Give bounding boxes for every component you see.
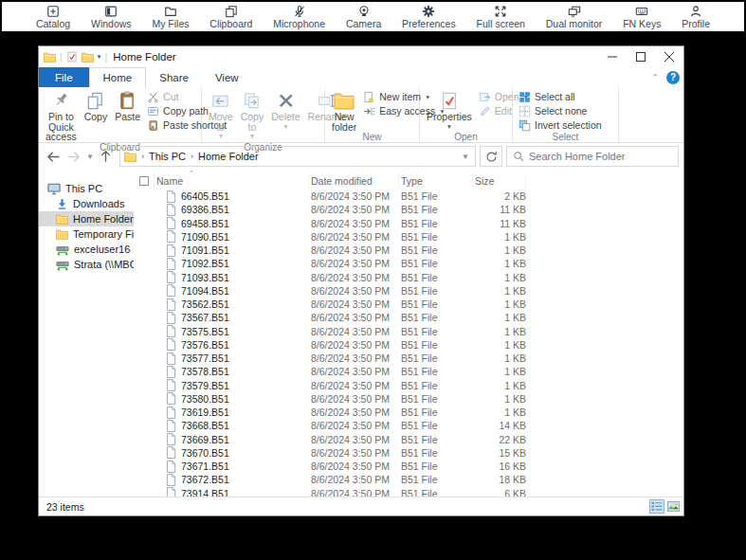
toolbar-button[interactable]: Dual monitor <box>546 5 603 29</box>
file-row[interactable]: 73670.B51 8/6/2024 3:50 PM B51 File 15 K… <box>134 446 683 460</box>
column-header-date-modified[interactable]: Date modified <box>309 174 399 188</box>
sidebar-item[interactable]: Strata (\\MBCS16 <box>39 257 134 272</box>
file-name: 69386.B51 <box>181 204 229 215</box>
select-none-icon <box>519 105 531 117</box>
maximize-button[interactable] <box>627 46 655 67</box>
folder-icon <box>56 229 68 240</box>
column-header-name[interactable]: Name <box>155 174 309 188</box>
file-row[interactable]: 73672.B51 8/6/2024 3:50 PM B51 File 18 K… <box>134 473 683 486</box>
ribbon-tab[interactable]: Home <box>89 67 147 87</box>
search-input[interactable] <box>529 151 672 162</box>
window-controls <box>598 46 683 67</box>
breadcrumb[interactable]: › This PC › Home Folder ▼ <box>119 146 476 167</box>
toolbar-button[interactable]: Windows <box>91 5 132 29</box>
copy-button[interactable]: Copy <box>81 88 112 122</box>
collapse-ribbon-icon[interactable]: ⌃ <box>651 73 659 82</box>
file-name: 73914.B51 <box>181 488 229 497</box>
file-row[interactable]: 73669.B51 8/6/2024 3:50 PM B51 File 22 K… <box>134 433 683 446</box>
sidebar-item[interactable]: This PC <box>39 181 134 196</box>
toolbar-button[interactable]: FN Keys <box>623 5 661 29</box>
column-header-size[interactable]: Size <box>473 174 526 188</box>
copy-path-icon <box>147 105 159 117</box>
file-row[interactable]: 71091.B51 8/6/2024 3:50 PM B51 File 1 KB <box>134 244 683 257</box>
file-name: 69458.B51 <box>181 218 229 229</box>
select-none-button[interactable]: Select none <box>516 104 605 117</box>
toolbar-button[interactable]: Profile <box>682 5 710 29</box>
qat-customize-dropdown-icon[interactable]: ▾ <box>98 53 101 61</box>
breadcrumb-segment[interactable]: Home Folder <box>198 151 259 162</box>
copy-to-button[interactable]: Copy to ▼ <box>237 88 268 142</box>
select-all-button[interactable]: Select all <box>516 90 605 103</box>
toolbar-button[interactable]: Preferences <box>402 5 456 29</box>
pin-to-quick-access-button[interactable]: Pin to Quick access <box>42 88 81 142</box>
toolbar-button[interactable]: Clipboard <box>209 5 252 29</box>
file-row[interactable]: 73576.B51 8/6/2024 3:50 PM B51 File 1 KB <box>134 338 683 352</box>
toolbar-button[interactable]: Full screen <box>477 5 525 29</box>
file-row[interactable]: 69386.B51 8/6/2024 3:50 PM B51 File 11 K… <box>134 203 683 216</box>
file-type: B51 File <box>399 420 473 431</box>
properties-icon <box>440 89 459 112</box>
file-date-modified: 8/6/2024 3:50 PM <box>309 285 399 297</box>
large-icons-view-button[interactable] <box>665 499 681 514</box>
ribbon-tab[interactable]: View <box>202 67 252 87</box>
minimize-button[interactable] <box>598 46 627 67</box>
recent-locations-dropdown-icon[interactable]: ▼ <box>86 153 94 161</box>
file-type: B51 File <box>399 285 473 297</box>
toolbar-button[interactable]: Catalog <box>36 5 70 29</box>
file-date-modified: 8/6/2024 3:50 PM <box>309 434 399 445</box>
file-row[interactable]: 73914.B51 8/6/2024 3:50 PM B51 File 6 KB <box>134 487 683 497</box>
file-row[interactable]: 71090.B51 8/6/2024 3:50 PM B51 File 1 KB <box>134 230 683 244</box>
close-button[interactable] <box>655 46 683 67</box>
details-view-button[interactable] <box>649 499 664 514</box>
file-icon <box>166 190 176 203</box>
file-row[interactable]: 71092.B51 8/6/2024 3:50 PM B51 File 1 KB <box>134 257 683 270</box>
help-icon[interactable]: ? <box>666 71 680 84</box>
file-row[interactable]: 66405.B51 8/6/2024 3:50 PM B51 File 2 KB <box>134 190 683 203</box>
file-size: 11 KB <box>473 204 526 215</box>
ribbon-tab[interactable]: Share <box>146 67 202 87</box>
qat-properties-icon[interactable] <box>66 51 78 63</box>
breadcrumb-segment[interactable]: This PC <box>149 151 186 162</box>
select-all-checkbox[interactable] <box>134 174 155 188</box>
toolbar-button[interactable]: Microphone <box>273 5 325 29</box>
sidebar-item[interactable]: Home Folder <box>39 211 134 226</box>
qat-new-folder-icon[interactable] <box>82 52 94 63</box>
toolbar-button[interactable]: My Files <box>152 5 189 29</box>
file-row[interactable]: 73578.B51 8/6/2024 3:50 PM B51 File 1 KB <box>134 365 683 378</box>
file-row[interactable]: 69458.B51 8/6/2024 3:50 PM B51 File 11 K… <box>134 217 683 230</box>
file-name: 73562.B51 <box>181 298 229 310</box>
sidebar-item[interactable]: Downloads <box>39 196 134 211</box>
file-date-modified: 8/6/2024 3:50 PM <box>309 272 399 283</box>
file-row[interactable]: 73577.B51 8/6/2024 3:50 PM B51 File 1 KB <box>134 352 683 365</box>
move-to-button[interactable]: Move to ▼ <box>205 88 237 142</box>
forward-button[interactable] <box>66 151 81 163</box>
catalog-icon <box>46 5 60 18</box>
file-row[interactable]: 73580.B51 8/6/2024 3:50 PM B51 File 1 KB <box>134 392 683 406</box>
sidebar-item[interactable]: Temporary Files <box>39 226 134 242</box>
refresh-button[interactable] <box>480 146 502 167</box>
ribbon-tab[interactable]: File <box>39 67 89 87</box>
file-type: B51 File <box>399 312 473 323</box>
properties-button[interactable]: Properties ▼ <box>423 88 476 132</box>
file-row[interactable]: 73668.B51 8/6/2024 3:50 PM B51 File 14 K… <box>134 419 683 432</box>
paste-button[interactable]: Paste <box>111 88 144 122</box>
new-folder-button[interactable]: New folder <box>328 88 360 132</box>
column-header-type[interactable]: Type <box>399 174 473 188</box>
file-row[interactable]: 73619.B51 8/6/2024 3:50 PM B51 File 1 KB <box>134 406 683 419</box>
invert-selection-button[interactable]: Invert selection <box>516 118 605 132</box>
file-row[interactable]: 71094.B51 8/6/2024 3:50 PM B51 File 1 KB <box>134 284 683 298</box>
file-row[interactable]: 73575.B51 8/6/2024 3:50 PM B51 File 1 KB <box>134 325 683 338</box>
file-row[interactable]: 73562.B51 8/6/2024 3:50 PM B51 File 1 KB <box>134 298 683 311</box>
file-row[interactable]: 73671.B51 8/6/2024 3:50 PM B51 File 16 K… <box>134 460 683 473</box>
address-dropdown-icon[interactable]: ▼ <box>462 153 471 161</box>
edit-icon <box>479 105 491 117</box>
file-row[interactable]: 71093.B51 8/6/2024 3:50 PM B51 File 1 KB <box>134 271 683 284</box>
file-row[interactable]: 73567.B51 8/6/2024 3:50 PM B51 File 1 KB <box>134 311 683 324</box>
toolbar-button[interactable]: Camera <box>346 5 381 29</box>
file-date-modified: 8/6/2024 3:50 PM <box>309 406 399 418</box>
back-button[interactable] <box>46 151 61 163</box>
delete-button[interactable]: Delete ▼ <box>267 88 303 132</box>
file-row[interactable]: 73579.B51 8/6/2024 3:50 PM B51 File 1 KB <box>134 379 683 392</box>
sidebar-item[interactable]: exceluser16 (\\M <box>39 242 134 257</box>
up-button[interactable] <box>100 150 112 163</box>
